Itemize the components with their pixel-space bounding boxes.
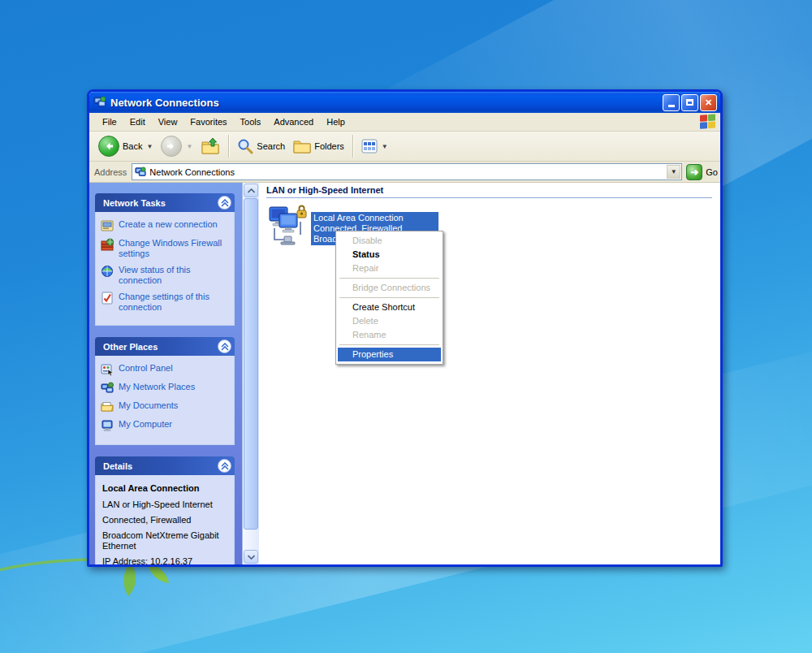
menu-view[interactable]: View (152, 115, 184, 129)
place-label[interactable]: My Documents (119, 400, 178, 413)
details-header[interactable]: Details (95, 456, 235, 475)
other-places-title: Other Places (103, 342, 158, 352)
task-view-connection-status[interactable]: View status of this connection (101, 265, 231, 286)
context-menu-separator (339, 278, 439, 279)
menu-favorites[interactable]: Favorites (184, 115, 233, 129)
search-icon (237, 138, 253, 154)
other-places-panel: Other Places (95, 337, 235, 445)
network-connections-folder-icon (135, 166, 146, 178)
address-bar: Address Network Connections ▼ ➜ Go (89, 162, 720, 183)
network-connections-window: Network Connections ✕ File Edit View Fav… (87, 89, 723, 567)
forward-button[interactable]: ▼ (157, 134, 197, 158)
folders-label: Folders (314, 141, 344, 151)
collapse-chevron-icon[interactable] (218, 459, 231, 473)
task-label[interactable]: Change settings of this connection (119, 292, 231, 313)
forward-dropdown-arrow-icon: ▼ (186, 143, 192, 150)
context-menu-item-rename: Rename (338, 328, 441, 342)
context-menu-item-disable: Disable (338, 234, 441, 248)
windows-firewall-icon (101, 238, 114, 251)
address-dropdown-button[interactable]: ▼ (667, 165, 680, 179)
network-tasks-panel: Network Tasks Create a new co (95, 193, 235, 326)
toolbar-separator (228, 135, 229, 158)
details-panel: Details Local Area Connection LAN or Hig… (95, 456, 235, 564)
control-panel-icon (101, 363, 114, 376)
network-tasks-header[interactable]: Network Tasks (95, 193, 235, 212)
search-button[interactable]: Search (233, 136, 289, 156)
connection-name[interactable]: Local Area Connection (313, 213, 438, 223)
collapse-chevron-icon[interactable] (218, 196, 231, 210)
scrollbar-thumb[interactable] (244, 198, 258, 530)
back-dropdown-arrow-icon[interactable]: ▼ (146, 143, 153, 150)
details-device-name: Broadcom NetXtreme Gigabit Ethernet (102, 530, 229, 551)
context-menu-item-repair: Repair (338, 262, 441, 275)
views-dropdown-arrow-icon[interactable]: ▼ (382, 143, 388, 150)
details-connection-status: Connected, Firewalled (102, 515, 229, 525)
scroll-up-button[interactable] (244, 184, 258, 197)
back-button[interactable]: Back ▼ (94, 134, 157, 158)
group-header: LAN or High-Speed Internet (266, 185, 712, 198)
place-control-panel[interactable]: Control Panel (101, 363, 231, 376)
address-value[interactable]: Network Connections (149, 167, 681, 177)
place-my-network-places[interactable]: My Network Places (101, 382, 231, 395)
back-label: Back (123, 141, 142, 151)
toolbar-separator (352, 135, 353, 158)
context-menu: Disable Status Repair Bridge Connections… (335, 231, 443, 365)
address-combo[interactable]: Network Connections ▼ (132, 163, 682, 180)
close-button[interactable]: ✕ (700, 94, 717, 111)
maximize-button[interactable] (681, 94, 698, 111)
context-menu-item-status[interactable]: Status (338, 248, 441, 262)
local-area-connection-icon[interactable] (268, 204, 309, 246)
menu-edit[interactable]: Edit (123, 115, 152, 129)
task-create-new-connection[interactable]: Create a new connection (101, 219, 231, 232)
toolbar: Back ▼ ▼ (89, 132, 720, 162)
my-documents-icon (101, 400, 114, 413)
connection-status-icon (101, 265, 114, 278)
up-folder-icon (201, 137, 220, 155)
place-label[interactable]: My Network Places (119, 382, 195, 395)
place-my-computer[interactable]: My Computer (101, 419, 231, 432)
place-label[interactable]: My Computer (119, 419, 172, 432)
desktop-background: Network Connections ✕ File Edit View Fav… (0, 0, 812, 653)
collapse-chevron-icon[interactable] (218, 339, 231, 353)
sidebar-scrollbar[interactable] (242, 183, 259, 564)
task-label[interactable]: Change Windows Firewall settings (119, 238, 231, 259)
place-my-documents[interactable]: My Documents (101, 400, 231, 413)
task-label[interactable]: View status of this connection (119, 265, 231, 286)
window-title: Network Connections (110, 97, 661, 109)
other-places-header[interactable]: Other Places (95, 337, 235, 356)
connection-settings-icon (101, 292, 114, 305)
context-menu-separator (339, 344, 439, 345)
details-connection-type: LAN or High-Speed Internet (102, 499, 229, 510)
windows-logo-icon (700, 114, 718, 131)
task-label[interactable]: Create a new connection (119, 219, 218, 232)
my-computer-icon (101, 419, 114, 432)
task-pane-sidebar: Network Tasks Create a new co (89, 183, 242, 564)
up-button[interactable] (197, 136, 224, 157)
scroll-down-button[interactable] (244, 550, 258, 564)
search-label: Search (257, 141, 285, 151)
back-icon (98, 136, 119, 157)
place-label[interactable]: Control Panel (119, 363, 173, 376)
menu-help[interactable]: Help (320, 115, 352, 129)
task-change-connection-settings[interactable]: Change settings of this connection (101, 292, 231, 313)
menu-tools[interactable]: Tools (234, 115, 268, 129)
context-menu-item-create-shortcut[interactable]: Create Shortcut (338, 301, 441, 314)
minimize-button[interactable] (663, 94, 680, 111)
go-arrow-icon: ➜ (686, 164, 702, 180)
context-menu-separator (339, 297, 439, 298)
details-ip-address: IP Address: 10.2.16.37 (102, 556, 229, 564)
menu-advanced[interactable]: Advanced (267, 115, 320, 129)
menu-file[interactable]: File (96, 115, 123, 129)
context-menu-item-properties[interactable]: Properties (338, 348, 441, 361)
go-button[interactable]: ➜ Go (686, 164, 718, 180)
task-change-firewall-settings[interactable]: Change Windows Firewall settings (101, 238, 231, 259)
views-button[interactable]: ▼ (357, 137, 392, 155)
title-bar[interactable]: Network Connections ✕ (89, 92, 720, 113)
details-title: Details (103, 461, 132, 471)
folders-icon (293, 138, 311, 154)
views-icon (361, 139, 378, 154)
go-label: Go (706, 167, 718, 177)
context-menu-item-bridge-connections: Bridge Connections (338, 281, 441, 295)
folders-button[interactable]: Folders (289, 136, 348, 156)
new-connection-icon (101, 219, 114, 232)
